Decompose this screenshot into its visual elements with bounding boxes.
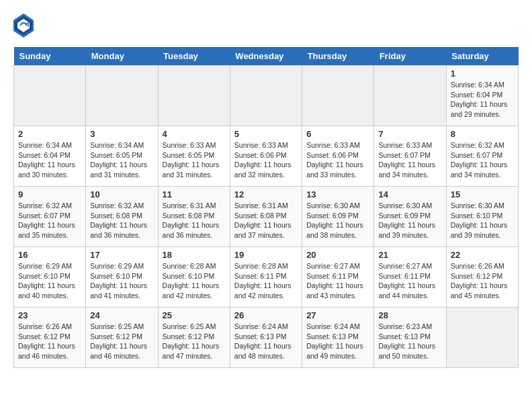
calendar-cell: 23Sunrise: 6:26 AM Sunset: 6:12 PM Dayli… xyxy=(14,308,86,368)
day-info: Sunrise: 6:25 AM Sunset: 6:12 PM Dayligh… xyxy=(90,322,153,361)
calendar-week-row: 2Sunrise: 6:34 AM Sunset: 6:04 PM Daylig… xyxy=(14,126,519,187)
day-number: 23 xyxy=(18,310,81,320)
calendar-cell: 21Sunrise: 6:27 AM Sunset: 6:11 PM Dayli… xyxy=(374,247,446,308)
calendar-week-row: 9Sunrise: 6:32 AM Sunset: 6:07 PM Daylig… xyxy=(14,187,519,247)
day-info: Sunrise: 6:31 AM Sunset: 6:08 PM Dayligh… xyxy=(234,201,298,240)
day-number: 12 xyxy=(234,189,298,199)
day-info: Sunrise: 6:33 AM Sunset: 6:05 PM Dayligh… xyxy=(163,140,226,180)
calendar-cell: 8Sunrise: 6:32 AM Sunset: 6:07 PM Daylig… xyxy=(446,126,518,187)
day-number: 11 xyxy=(163,189,226,199)
day-info: Sunrise: 6:34 AM Sunset: 6:04 PM Dayligh… xyxy=(451,80,514,120)
calendar-cell: 17Sunrise: 6:29 AM Sunset: 6:10 PM Dayli… xyxy=(86,247,158,308)
calendar-cell: 6Sunrise: 6:33 AM Sunset: 6:06 PM Daylig… xyxy=(302,126,374,187)
calendar-cell: 1Sunrise: 6:34 AM Sunset: 6:04 PM Daylig… xyxy=(446,66,518,126)
calendar-cell xyxy=(374,66,446,126)
day-info: Sunrise: 6:32 AM Sunset: 6:07 PM Dayligh… xyxy=(451,140,514,180)
calendar-cell: 25Sunrise: 6:25 AM Sunset: 6:12 PM Dayli… xyxy=(158,308,230,368)
day-number: 24 xyxy=(90,310,153,320)
day-info: Sunrise: 6:30 AM Sunset: 6:09 PM Dayligh… xyxy=(378,201,441,240)
calendar-cell xyxy=(86,66,158,126)
day-number: 8 xyxy=(451,129,514,139)
day-info: Sunrise: 6:31 AM Sunset: 6:08 PM Dayligh… xyxy=(163,201,226,240)
day-number: 17 xyxy=(90,250,153,260)
day-number: 15 xyxy=(451,189,514,199)
calendar-week-row: 16Sunrise: 6:29 AM Sunset: 6:10 PM Dayli… xyxy=(14,247,519,308)
day-info: Sunrise: 6:28 AM Sunset: 6:11 PM Dayligh… xyxy=(234,261,298,301)
calendar-cell: 20Sunrise: 6:27 AM Sunset: 6:11 PM Dayli… xyxy=(302,247,374,308)
day-info: Sunrise: 6:23 AM Sunset: 6:13 PM Dayligh… xyxy=(378,322,441,361)
calendar-week-row: 1Sunrise: 6:34 AM Sunset: 6:04 PM Daylig… xyxy=(14,66,519,126)
logo xyxy=(13,13,36,40)
day-header-saturday: Saturday xyxy=(446,47,518,66)
logo-icon xyxy=(13,13,34,40)
calendar-cell: 22Sunrise: 6:26 AM Sunset: 6:12 PM Dayli… xyxy=(446,247,518,308)
day-info: Sunrise: 6:33 AM Sunset: 6:07 PM Dayligh… xyxy=(378,140,441,180)
calendar-cell: 27Sunrise: 6:24 AM Sunset: 6:13 PM Dayli… xyxy=(302,308,374,368)
day-header-tuesday: Tuesday xyxy=(158,47,230,66)
day-number: 27 xyxy=(306,310,369,320)
calendar-cell xyxy=(14,66,86,126)
day-number: 14 xyxy=(378,189,441,199)
day-info: Sunrise: 6:33 AM Sunset: 6:06 PM Dayligh… xyxy=(234,140,298,180)
day-header-monday: Monday xyxy=(86,47,158,66)
day-number: 2 xyxy=(18,129,81,139)
calendar-cell xyxy=(302,66,374,126)
page-header xyxy=(13,13,519,40)
calendar-cell: 10Sunrise: 6:32 AM Sunset: 6:08 PM Dayli… xyxy=(86,187,158,247)
day-number: 9 xyxy=(18,189,81,199)
calendar-cell: 16Sunrise: 6:29 AM Sunset: 6:10 PM Dayli… xyxy=(14,247,86,308)
day-number: 4 xyxy=(163,129,226,139)
day-info: Sunrise: 6:34 AM Sunset: 6:04 PM Dayligh… xyxy=(18,140,81,180)
day-info: Sunrise: 6:24 AM Sunset: 6:13 PM Dayligh… xyxy=(306,322,369,361)
calendar-week-row: 23Sunrise: 6:26 AM Sunset: 6:12 PM Dayli… xyxy=(14,308,519,368)
day-info: Sunrise: 6:24 AM Sunset: 6:13 PM Dayligh… xyxy=(234,322,298,361)
day-info: Sunrise: 6:30 AM Sunset: 6:10 PM Dayligh… xyxy=(451,201,514,240)
calendar-cell: 9Sunrise: 6:32 AM Sunset: 6:07 PM Daylig… xyxy=(14,187,86,247)
day-info: Sunrise: 6:26 AM Sunset: 6:12 PM Dayligh… xyxy=(451,261,514,301)
calendar-cell: 3Sunrise: 6:34 AM Sunset: 6:05 PM Daylig… xyxy=(86,126,158,187)
calendar-cell xyxy=(158,66,230,126)
day-number: 1 xyxy=(451,68,514,79)
calendar-cell: 7Sunrise: 6:33 AM Sunset: 6:07 PM Daylig… xyxy=(374,126,446,187)
day-info: Sunrise: 6:33 AM Sunset: 6:06 PM Dayligh… xyxy=(306,140,369,180)
day-number: 13 xyxy=(306,189,369,199)
day-number: 21 xyxy=(378,250,441,260)
day-info: Sunrise: 6:32 AM Sunset: 6:07 PM Dayligh… xyxy=(18,201,81,240)
day-number: 18 xyxy=(163,250,226,260)
calendar-cell: 18Sunrise: 6:28 AM Sunset: 6:10 PM Dayli… xyxy=(158,247,230,308)
day-number: 10 xyxy=(90,189,153,199)
calendar-cell: 14Sunrise: 6:30 AM Sunset: 6:09 PM Dayli… xyxy=(374,187,446,247)
day-header-wednesday: Wednesday xyxy=(230,47,302,66)
day-number: 28 xyxy=(378,310,441,320)
day-info: Sunrise: 6:32 AM Sunset: 6:08 PM Dayligh… xyxy=(90,201,153,240)
calendar-cell: 5Sunrise: 6:33 AM Sunset: 6:06 PM Daylig… xyxy=(230,126,302,187)
calendar-cell: 26Sunrise: 6:24 AM Sunset: 6:13 PM Dayli… xyxy=(230,308,302,368)
calendar-cell: 15Sunrise: 6:30 AM Sunset: 6:10 PM Dayli… xyxy=(446,187,518,247)
day-info: Sunrise: 6:28 AM Sunset: 6:10 PM Dayligh… xyxy=(163,261,226,301)
day-header-friday: Friday xyxy=(374,47,446,66)
day-number: 7 xyxy=(378,129,441,139)
day-header-thursday: Thursday xyxy=(302,47,374,66)
day-header-sunday: Sunday xyxy=(14,47,86,66)
calendar-header-row: SundayMondayTuesdayWednesdayThursdayFrid… xyxy=(14,47,519,66)
day-number: 20 xyxy=(306,250,369,260)
calendar-cell: 4Sunrise: 6:33 AM Sunset: 6:05 PM Daylig… xyxy=(158,126,230,187)
day-info: Sunrise: 6:34 AM Sunset: 6:05 PM Dayligh… xyxy=(90,140,153,180)
calendar-cell: 12Sunrise: 6:31 AM Sunset: 6:08 PM Dayli… xyxy=(230,187,302,247)
day-number: 26 xyxy=(234,310,298,320)
calendar-cell xyxy=(446,308,518,368)
calendar-cell xyxy=(230,66,302,126)
calendar-table: SundayMondayTuesdayWednesdayThursdayFrid… xyxy=(13,47,519,368)
calendar-cell: 13Sunrise: 6:30 AM Sunset: 6:09 PM Dayli… xyxy=(302,187,374,247)
calendar-cell: 11Sunrise: 6:31 AM Sunset: 6:08 PM Dayli… xyxy=(158,187,230,247)
day-number: 6 xyxy=(306,129,369,139)
day-number: 5 xyxy=(234,129,298,139)
day-info: Sunrise: 6:27 AM Sunset: 6:11 PM Dayligh… xyxy=(378,261,441,301)
day-number: 22 xyxy=(451,250,514,260)
day-info: Sunrise: 6:29 AM Sunset: 6:10 PM Dayligh… xyxy=(90,261,153,301)
calendar-cell: 2Sunrise: 6:34 AM Sunset: 6:04 PM Daylig… xyxy=(14,126,86,187)
calendar-cell: 28Sunrise: 6:23 AM Sunset: 6:13 PM Dayli… xyxy=(374,308,446,368)
day-number: 25 xyxy=(163,310,226,320)
calendar-cell: 19Sunrise: 6:28 AM Sunset: 6:11 PM Dayli… xyxy=(230,247,302,308)
day-info: Sunrise: 6:30 AM Sunset: 6:09 PM Dayligh… xyxy=(306,201,369,240)
